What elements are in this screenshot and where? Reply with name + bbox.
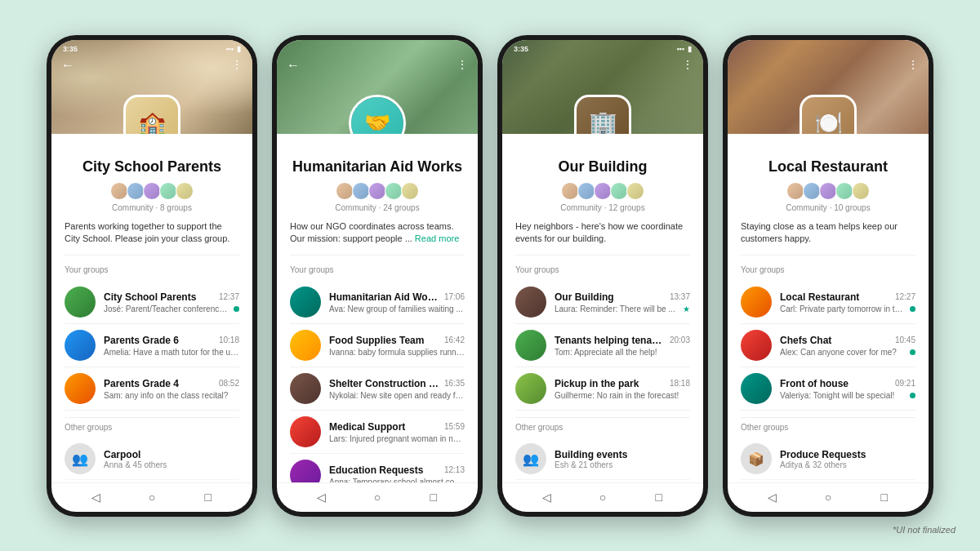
phone-content: Local Restaurant Community · 10 groups S…	[728, 134, 929, 482]
group-name: Pickup in the park	[555, 378, 665, 389]
group-item[interactable]: Local Restaurant 12:27 Carl: Private par…	[741, 281, 915, 324]
nav-back-button[interactable]: ◁	[88, 490, 103, 504]
group-avatar	[65, 330, 96, 361]
group-item[interactable]: Chefs Chat 10:45 Alex: Can anyone cover …	[741, 324, 915, 367]
member-avatar	[594, 182, 612, 200]
group-time: 10:18	[219, 335, 239, 344]
status-dot	[910, 393, 915, 398]
group-item[interactable]: Our Building 13:37 Laura: Reminder: Ther…	[515, 281, 690, 324]
signal-icon: ▪▪▪	[676, 45, 684, 53]
read-more-link[interactable]: Read more	[415, 233, 459, 243]
group-item[interactable]: Parents Grade 6 10:18 Amelia: Have a mat…	[65, 324, 239, 367]
phone-content: City School Parents Community · 8 groups…	[51, 134, 252, 482]
group-name: Humanitarian Aid Works	[329, 291, 439, 303]
community-avatar: 🏫	[123, 95, 180, 134]
other-group-item[interactable]: 📦 Produce Requests Aditya & 32 others	[741, 438, 915, 480]
nav-back-button[interactable]: ◁	[539, 490, 554, 504]
group-item[interactable]: Pickup in the park 18:18 Guilherme: No r…	[515, 367, 690, 411]
signal-icon: ▪▪▪	[225, 45, 234, 53]
community-description: Hey neighbors - here's how we coordinate…	[515, 220, 690, 256]
nav-recents-button[interactable]: □	[877, 490, 892, 504]
group-info: Education Requests 12:13 Anna: Temporary…	[329, 464, 465, 482]
member-avatar	[352, 182, 370, 200]
other-groups-section: Other groups 👥 Building events Esh & 21 …	[515, 417, 690, 482]
nav-home-button[interactable]: ○	[370, 490, 385, 504]
group-avatar	[515, 287, 546, 318]
status-bar: 3:35 ▪▪▪ ▮	[63, 45, 241, 53]
phone-screen: 3:35 ▪▪▪ ▮ ⋮ 🏢 Our Building	[502, 40, 703, 512]
member-avatar	[786, 182, 804, 200]
community-meta: Community · 24 groups	[290, 203, 465, 212]
member-avatars	[515, 182, 690, 200]
group-name: Education Requests	[329, 464, 439, 476]
more-options-button[interactable]: ⋮	[907, 58, 919, 71]
group-item[interactable]: Front of house 09:21 Valeriya: Tonight w…	[741, 367, 915, 411]
status-icons: ▪▪▪ ▮	[225, 45, 241, 53]
group-name: Chefs Chat	[780, 335, 890, 346]
group-msg: Ava: New group of families waiting ...	[329, 304, 465, 313]
phone-4: ⋮ 🍽️ Local Restaurant Community · 10 gro…	[723, 35, 933, 517]
more-options-button[interactable]: ⋮	[682, 58, 693, 71]
nav-back-button[interactable]: ◁	[764, 490, 779, 504]
other-group-item[interactable]: 👥 Building events Esh & 21 others	[515, 438, 690, 480]
more-options-button[interactable]: ⋮	[457, 58, 468, 71]
other-group-sub: Esh & 21 others	[555, 460, 690, 469]
member-avatar	[852, 182, 870, 200]
group-avatar	[741, 373, 772, 404]
group-item[interactable]: Medical Support 15:59 Lars: Injured preg…	[290, 411, 465, 454]
nav-recents-button[interactable]: □	[426, 490, 441, 504]
back-button[interactable]: ←	[287, 58, 300, 73]
group-avatar	[515, 373, 546, 404]
group-item[interactable]: Shelter Construction Team 16:35 Nykolai:…	[290, 367, 465, 411]
nav-home-button[interactable]: ○	[145, 490, 159, 504]
nav-back-button[interactable]: ◁	[314, 490, 328, 504]
phones-container: 3:35 ▪▪▪ ▮ ← ⋮ 🏫 City School Parents	[30, 19, 950, 533]
group-msg: Alex: Can anyone cover for me?	[780, 348, 906, 357]
group-time: 17:06	[444, 292, 465, 301]
group-name: Local Restaurant	[780, 291, 890, 303]
group-item[interactable]: Tenants helping tenants 20:03 Tom: Appre…	[515, 324, 690, 367]
phone-screen: 3:35 ▪▪▪ ▮ ← ⋮ 🏫 City School Parents	[51, 40, 252, 512]
group-msg: Laura: Reminder: There will be ...	[555, 304, 679, 313]
phone-nav: ◁ ○ □	[728, 482, 929, 512]
group-msg: Tom: Appreciate all the help!	[555, 348, 690, 357]
battery-icon: ▮	[688, 45, 692, 53]
phone-screen: ⋮ 🍽️ Local Restaurant Community · 10 gro…	[728, 40, 929, 512]
community-description: Parents working together to support the …	[65, 220, 239, 256]
more-options-button[interactable]: ⋮	[231, 58, 243, 71]
other-group-item[interactable]: 👥 Carpool Anna & 45 others	[65, 438, 239, 480]
group-item[interactable]: Parents Grade 4 08:52 Sam: any info on t…	[65, 367, 239, 411]
phone-content: Our Building Community · 12 groups Hey n…	[502, 134, 703, 482]
group-item[interactable]: Education Requests 12:13 Anna: Temporary…	[290, 454, 465, 482]
nav-recents-button[interactable]: □	[652, 490, 666, 504]
other-groups-section: Other groups 📦 Produce Requests Aditya &…	[741, 417, 915, 482]
group-avatar	[290, 330, 321, 361]
header-image: ⋮ 🍽️	[728, 40, 929, 134]
group-msg: Lars: Injured pregnant woman in need ...	[329, 434, 465, 443]
group-name: Parents Grade 4	[104, 378, 214, 389]
aid-icon: 🤝	[351, 97, 403, 134]
back-button[interactable]: ←	[61, 58, 74, 73]
group-name: Medical Support	[329, 421, 439, 433]
other-group-info: Building events Esh & 21 others	[555, 449, 690, 469]
member-avatar	[176, 182, 194, 200]
community-name: Humanitarian Aid Works	[290, 158, 465, 176]
group-item[interactable]: Food Supplies Team 16:42 Ivanna: baby fo…	[290, 324, 465, 367]
group-info: Medical Support 15:59 Lars: Injured preg…	[329, 421, 465, 443]
group-time: 13:37	[670, 292, 690, 301]
group-item[interactable]: City School Parents 12:37 José: Parent/T…	[65, 281, 239, 324]
group-name: Food Supplies Team	[329, 335, 439, 346]
group-info: Tenants helping tenants 20:03 Tom: Appre…	[555, 335, 690, 357]
group-msg: Carl: Private party tomorrow in the ...	[780, 304, 906, 313]
community-meta: Community · 8 groups	[65, 203, 239, 212]
other-group-avatar: 👥	[515, 443, 546, 474]
nav-home-button[interactable]: ○	[595, 490, 610, 504]
member-avatar	[336, 182, 354, 200]
group-item[interactable]: Humanitarian Aid Works 17:06 Ava: New gr…	[290, 281, 465, 324]
group-avatar	[65, 373, 96, 404]
nav-home-button[interactable]: ○	[821, 490, 835, 504]
your-groups-list: Our Building 13:37 Laura: Reminder: Ther…	[515, 281, 690, 411]
nav-recents-button[interactable]: □	[201, 490, 216, 504]
other-groups-label: Other groups	[65, 423, 239, 432]
group-msg: José: Parent/Teacher conferences ...	[104, 304, 230, 313]
